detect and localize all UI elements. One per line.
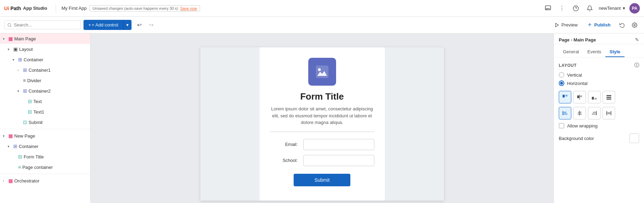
canvas-right-stripe: [385, 47, 444, 201]
tab-general[interactable]: General: [559, 47, 583, 57]
allow-wrapping-row[interactable]: Allow wrapping: [559, 123, 639, 128]
sidebar-item-page-container[interactable]: ≡ Page container: [10, 162, 90, 172]
logo-area: UiPath App Studio: [4, 6, 47, 11]
layout-label-text: Layout: [559, 63, 577, 68]
sidebar-item-text1[interactable]: ⊟ Text1: [19, 107, 90, 117]
sidebar-item-text[interactable]: ⊟ Text: [19, 96, 90, 107]
school-input[interactable]: [303, 155, 374, 166]
canvas-left-stripe: [200, 47, 260, 201]
align-top-left-btn[interactable]: [559, 91, 571, 103]
allow-wrapping-checkbox[interactable]: [559, 123, 564, 128]
sidebar-item-form-title[interactable]: ⊟ Form Title: [10, 151, 90, 162]
notifications-icon[interactable]: [585, 3, 595, 13]
expand-icon: ▾: [8, 145, 12, 148]
publish-button[interactable]: Publish: [584, 20, 614, 30]
more-options-icon[interactable]: ⋮: [557, 3, 567, 13]
align-top-center-icon: [577, 94, 583, 100]
page-container-label: Page container: [22, 165, 53, 170]
vertical-radio[interactable]: [559, 72, 564, 78]
left-sidebar: ▾ ▦ Main Page ▾ ▣ Layout ▾ ⊞ Container ›…: [0, 33, 90, 203]
redo-button[interactable]: ↪: [146, 20, 157, 30]
page-icon: ▦: [8, 36, 13, 41]
preview-button[interactable]: Preview: [551, 20, 581, 30]
svg-rect-25: [578, 114, 582, 115]
align-top-center-btn[interactable]: [573, 91, 586, 103]
radio-dot: [560, 82, 563, 85]
sidebar-item-container[interactable]: ▾ ⊞ Container: [10, 54, 90, 65]
container1-label: Container1: [29, 68, 51, 73]
align-center-btn[interactable]: [573, 107, 586, 119]
layout-section-label: Layout ⓘ: [559, 62, 639, 69]
sidebar-item-container2[interactable]: ▾ ⊞ Container2: [15, 86, 90, 96]
add-control-label: + Add control: [92, 22, 118, 28]
sidebar-item-container-np[interactable]: ▾ ⊞ Container: [5, 141, 90, 151]
svg-marker-5: [556, 23, 558, 27]
user-avatar[interactable]: PA: [629, 3, 640, 14]
edit-title-icon[interactable]: ✎: [635, 37, 639, 42]
form-title: Form Title: [300, 91, 344, 102]
publish-icon: [587, 23, 592, 28]
svg-point-9: [318, 68, 321, 71]
background-color-swatch[interactable]: [629, 133, 639, 143]
header-icons: ⋮ newTenant ▾ PA: [543, 3, 640, 14]
sidebar-item-new-page[interactable]: ▾ ▦ New Page: [0, 131, 90, 141]
sidebar-item-layout[interactable]: ▾ ▣ Layout: [5, 44, 90, 54]
align-stretch-btn[interactable]: [603, 107, 615, 119]
svg-line-4: [10, 26, 11, 26]
undo-button[interactable]: ↩: [134, 20, 145, 30]
save-now-link[interactable]: Save now: [180, 6, 197, 10]
sidebar-item-container1[interactable]: › ⊞ Container1: [15, 65, 90, 75]
unsaved-text: Unsaved changes (auto-save happens every…: [93, 6, 178, 10]
horizontal-radio[interactable]: [559, 80, 564, 86]
svg-rect-10: [563, 95, 565, 97]
svg-rect-19: [606, 99, 611, 100]
email-input[interactable]: [303, 139, 374, 150]
tenant-selector[interactable]: newTenant ▾: [599, 6, 625, 11]
svg-rect-21: [564, 112, 566, 113]
page-container-icon: ≡: [18, 164, 21, 170]
logo-ui-text: Ui: [4, 6, 9, 11]
align-left-btn[interactable]: [559, 107, 571, 119]
form-submit-button[interactable]: Submit: [294, 174, 351, 186]
align-justify-btn[interactable]: [603, 91, 615, 103]
container2-icon: ⊞: [23, 88, 27, 94]
comment-icon[interactable]: [543, 3, 553, 13]
undo-redo-group: ↩ ↪: [134, 20, 157, 30]
right-panel-tabs: General Events Style: [554, 44, 644, 57]
text1-label: Text1: [33, 109, 44, 115]
publish-label: Publish: [594, 22, 611, 28]
toolbar-right-icons: [617, 20, 640, 30]
tab-events[interactable]: Events: [583, 47, 605, 57]
search-input[interactable]: [14, 22, 78, 28]
tenant-name: newTenant: [599, 6, 621, 11]
vertical-radio-row[interactable]: Vertical: [559, 72, 639, 78]
sidebar-item-divider[interactable]: ≡ Divider: [15, 75, 90, 86]
svg-rect-8: [316, 65, 328, 78]
sidebar-item-main-page[interactable]: ▾ ▦ Main Page: [0, 33, 90, 44]
preview-label: Preview: [562, 22, 578, 28]
form-description: Lorem ipsum dolor sit amet, consectetur …: [270, 106, 374, 126]
sidebar-item-submit[interactable]: ⊡ Submit: [15, 117, 90, 127]
expand-icon: ▾: [3, 134, 7, 138]
sidebar-item-orchestrator[interactable]: › ▦ Orchestrator: [0, 175, 90, 186]
tab-style[interactable]: Style: [605, 47, 625, 57]
app-name: My First App: [62, 6, 87, 11]
right-panel: Page - Main Page ✎ General Events Style …: [554, 33, 644, 203]
help-icon[interactable]: [571, 3, 581, 13]
svg-rect-11: [565, 95, 567, 96]
search-box[interactable]: [4, 21, 81, 29]
school-label: School:: [270, 158, 298, 163]
align-right-btn[interactable]: [588, 107, 601, 119]
add-control-dropdown-button[interactable]: ▾: [123, 20, 132, 30]
add-control-button[interactable]: + + Add control: [84, 20, 123, 30]
background-color-label: Background color: [559, 136, 594, 141]
settings-button[interactable]: [629, 20, 640, 30]
expand-icon: ▾: [13, 58, 17, 62]
new-page-label: New Page: [14, 133, 35, 139]
svg-rect-18: [606, 97, 611, 98]
history-button[interactable]: [617, 20, 627, 30]
expand-icon: ▾: [17, 89, 22, 93]
horizontal-radio-row[interactable]: Horizontal: [559, 80, 639, 86]
align-right-icon: [591, 110, 597, 116]
align-bottom-btn[interactable]: [588, 91, 601, 103]
